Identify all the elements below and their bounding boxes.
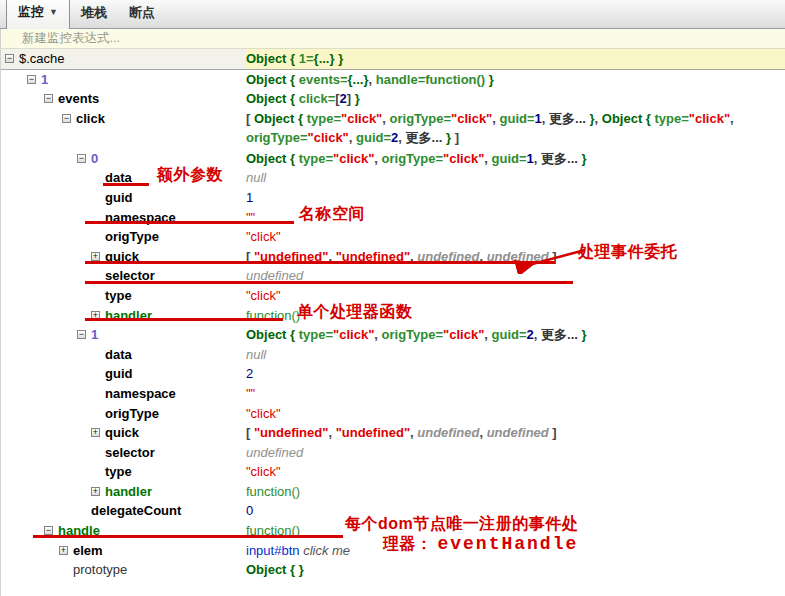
tab-breakpoints[interactable]: 断点 xyxy=(118,0,166,28)
tree-row[interactable]: −1Object { type="click", origType="click… xyxy=(1,325,785,345)
panel-toolbar: 监控 ▼ 堆栈 断点 xyxy=(0,0,785,29)
value-token: , xyxy=(369,72,376,87)
collapse-icon[interactable]: − xyxy=(77,154,86,163)
value-token: 2 xyxy=(527,327,534,342)
value-token: null xyxy=(246,170,266,185)
tree-row[interactable]: delegateCount0 xyxy=(1,501,785,521)
tree-row[interactable]: guid1 xyxy=(1,188,785,208)
value-token: guid= xyxy=(492,327,527,342)
value-token: , xyxy=(534,151,541,166)
tree-row[interactable]: −1Object { events={...}, handle=function… xyxy=(1,70,785,90)
value-token: } xyxy=(299,562,304,577)
value-token: , xyxy=(595,111,602,126)
tree-row[interactable]: guid2 xyxy=(1,364,785,384)
member-value: Object { events={...}, handle=function()… xyxy=(246,70,785,90)
member-label: data xyxy=(105,347,132,362)
tree-row[interactable]: namespace"" xyxy=(1,208,785,228)
tree-row[interactable]: type"click" xyxy=(1,462,785,482)
value-token: Object { xyxy=(254,111,307,126)
value-token: "click" xyxy=(246,229,281,244)
member-value: Object { type="click", origType="click",… xyxy=(246,149,785,169)
member-value: Object { click=[2] } xyxy=(246,89,785,109)
value-token: "undefined" xyxy=(336,425,410,440)
member-label: namespace xyxy=(105,386,176,401)
member-label: origType xyxy=(105,406,159,421)
member-label: events xyxy=(58,91,99,106)
member-value: function() xyxy=(246,306,785,326)
expand-icon[interactable]: + xyxy=(91,311,100,320)
value-token: , xyxy=(730,111,734,126)
value-token: [ xyxy=(246,111,254,126)
member-label: type xyxy=(105,464,132,479)
value-token: click me xyxy=(303,543,350,558)
value-token: , xyxy=(382,111,389,126)
member-value: function() xyxy=(246,521,785,541)
member-value: "click" xyxy=(246,286,785,306)
tree-row[interactable]: datanull xyxy=(1,345,785,365)
tree-row[interactable]: +handlerfunction() xyxy=(1,306,785,326)
value-token: 0 xyxy=(246,503,253,518)
value-token: } xyxy=(586,111,595,126)
value-token: "undefined" xyxy=(254,425,328,440)
tree-row[interactable]: selectorundefined xyxy=(1,266,785,286)
tree-row[interactable]: −click[ Object { type="click", origType=… xyxy=(1,109,785,149)
value-token: guid= xyxy=(492,151,527,166)
tree-row[interactable]: +eleminput#btn click me xyxy=(1,541,785,561)
value-token: click= xyxy=(299,91,336,106)
tree-row[interactable]: +quick[ "undefined", "undefined", undefi… xyxy=(1,247,785,267)
member-label: click xyxy=(76,111,105,126)
value-token: 2 xyxy=(340,91,347,106)
collapse-icon[interactable]: − xyxy=(44,526,53,535)
value-token: Object { xyxy=(246,151,299,166)
tree-row[interactable]: type"click" xyxy=(1,286,785,306)
value-token: , xyxy=(492,111,499,126)
member-value: "" xyxy=(246,208,785,228)
collapse-icon[interactable]: − xyxy=(44,94,53,103)
tab-watch[interactable]: 监控 ▼ xyxy=(6,0,70,29)
value-token: type= xyxy=(307,111,341,126)
member-label: selector xyxy=(105,268,155,283)
tree-row[interactable]: −0Object { type="click", origType="click… xyxy=(1,149,785,169)
member-value: input#btn click me xyxy=(246,541,785,561)
collapse-icon[interactable]: − xyxy=(27,75,36,84)
expand-icon[interactable]: + xyxy=(59,546,68,555)
member-value: 2 xyxy=(246,364,785,384)
member-value: [ "undefined", "undefined", undefined, u… xyxy=(246,423,785,443)
collapse-icon[interactable]: − xyxy=(77,330,86,339)
tree-row[interactable]: −$.cacheObject { 1={...} } xyxy=(1,49,785,70)
tree-row[interactable]: selectorundefined xyxy=(1,443,785,463)
value-token: handle= xyxy=(376,72,426,87)
member-label: elem xyxy=(73,543,103,558)
value-token: , xyxy=(479,249,486,264)
new-watch-expression-row[interactable]: 新建监控表达式... xyxy=(1,29,785,49)
tree-row[interactable]: −handlefunction() xyxy=(1,521,785,541)
value-token: } xyxy=(442,130,451,145)
value-token: "undefined" xyxy=(254,249,328,264)
value-token: undefined xyxy=(417,249,479,264)
expand-icon[interactable]: + xyxy=(91,428,100,437)
value-token: ] xyxy=(451,130,459,145)
member-value: 0 xyxy=(246,501,785,521)
value-token: "undefined" xyxy=(336,249,410,264)
member-label: selector xyxy=(105,445,155,460)
tree-row[interactable]: namespace"" xyxy=(1,384,785,404)
tree-row[interactable]: prototypeObject { } xyxy=(1,560,785,580)
tree-row[interactable]: origType"click" xyxy=(1,227,785,247)
tree-row[interactable]: −eventsObject { click=[2] } xyxy=(1,89,785,109)
tree-row[interactable]: datanull xyxy=(1,168,785,188)
tree-row[interactable]: +handlerfunction() xyxy=(1,482,785,502)
value-token: guid= xyxy=(500,111,535,126)
value-token: [ xyxy=(246,425,254,440)
expand-icon[interactable]: + xyxy=(91,252,100,261)
value-token: [ xyxy=(246,249,254,264)
member-label: origType xyxy=(105,229,159,244)
collapse-icon[interactable]: − xyxy=(62,114,71,123)
tab-stack[interactable]: 堆栈 xyxy=(70,0,118,28)
value-token: guid= xyxy=(356,130,391,145)
collapse-icon[interactable]: − xyxy=(5,54,14,63)
tree-row[interactable]: origType"click" xyxy=(1,404,785,424)
expand-icon[interactable]: + xyxy=(91,487,100,496)
tree-row[interactable]: +quick[ "undefined", "undefined", undefi… xyxy=(1,423,785,443)
member-label: namespace xyxy=(105,210,176,225)
value-token: , xyxy=(398,130,405,145)
